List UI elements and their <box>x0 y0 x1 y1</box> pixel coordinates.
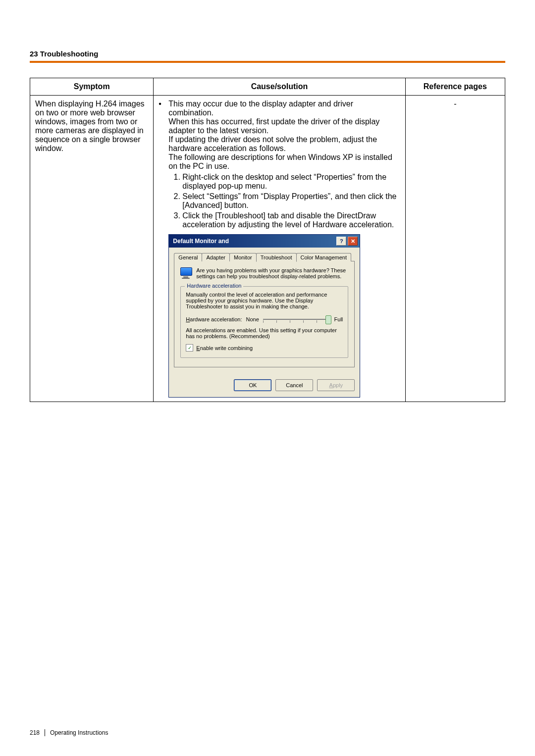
dialog-intro-text: Are you having problems with your graphi… <box>196 267 348 279</box>
troubleshooting-table: Symptom Cause/solution Reference pages W… <box>30 78 505 402</box>
tab-color-management[interactable]: Color Management <box>296 253 352 261</box>
close-icon[interactable]: ✕ <box>348 237 358 246</box>
ok-button[interactable]: OK <box>234 379 271 391</box>
fieldset-legend: Hardware acceleration <box>185 283 243 289</box>
tab-adapter[interactable]: Adapter <box>202 253 230 261</box>
acceleration-slider[interactable] <box>263 314 330 324</box>
cause-intro-text: This may occur due to the display adapte… <box>168 100 400 171</box>
slider-thumb-icon[interactable] <box>325 315 331 324</box>
fieldset-description: Manually control the level of accelerati… <box>186 292 343 309</box>
dialog-action-bar: OK Cancel ApplyApply <box>169 374 360 397</box>
page-footer: 218 Operating Instructions <box>30 729 108 736</box>
checkbox-label: Enable write combiningEnable write combi… <box>196 345 253 351</box>
steps-list: Right-click on the desktop and select “P… <box>168 173 400 229</box>
col-symptom: Symptom <box>30 78 154 96</box>
xp-tab-panel: Are you having problems with your graphi… <box>174 261 355 367</box>
footer-doc-title: Operating Instructions <box>50 729 108 736</box>
xp-titlebar: Default Monitor and ? ✕ <box>169 235 360 248</box>
step-item: Click the [Troubleshoot] tab and disable… <box>182 211 400 229</box>
tab-monitor[interactable]: Monitor <box>229 253 257 261</box>
step-item: Select “Settings” from “Display Properti… <box>182 192 400 210</box>
step-item: Right-click on the desktop and select “P… <box>182 173 400 191</box>
reference-cell: - <box>405 96 505 402</box>
slider-label: HHardware acceleration:ardware accelerat… <box>186 316 242 322</box>
help-icon[interactable]: ? <box>336 237 346 246</box>
dialog-title-prefix: Default Monitor and <box>173 238 229 245</box>
document-page: 23 Troubleshooting Symptom Cause/solutio… <box>0 0 535 756</box>
table-header-row: Symptom Cause/solution Reference pages <box>30 78 505 96</box>
apply-button[interactable]: ApplyApply <box>317 379 355 391</box>
col-reference: Reference pages <box>405 78 505 96</box>
monitor-icon <box>180 267 191 277</box>
tab-general[interactable]: General <box>174 253 202 261</box>
col-cause: Cause/solution <box>154 78 405 96</box>
acceleration-status-text: All accelerations are enabled. Use this … <box>186 327 343 339</box>
bullet-icon: • <box>159 100 168 398</box>
slider-max-label: Full <box>334 316 343 322</box>
hardware-acceleration-group: Hardware acceleration Manually control t… <box>180 286 348 358</box>
section-header: 23 Troubleshooting <box>30 50 505 63</box>
page-number: 218 <box>30 729 45 736</box>
slider-min-label: None <box>246 316 259 322</box>
symptom-cell: When displaying H.264 images on two or m… <box>30 96 154 402</box>
tab-troubleshoot[interactable]: Troubleshoot <box>256 253 297 262</box>
table-row: When displaying H.264 images on two or m… <box>30 96 505 402</box>
xp-properties-dialog: Default Monitor and ? ✕ <box>168 234 360 398</box>
cancel-button[interactable]: Cancel <box>275 379 313 391</box>
enable-write-combining-checkbox[interactable]: ✓ <box>186 344 193 352</box>
xp-tabstrip: General Adapter Monitor Troubleshoot Col… <box>174 253 355 261</box>
cause-cell: • This may occur due to the display adap… <box>154 96 405 402</box>
